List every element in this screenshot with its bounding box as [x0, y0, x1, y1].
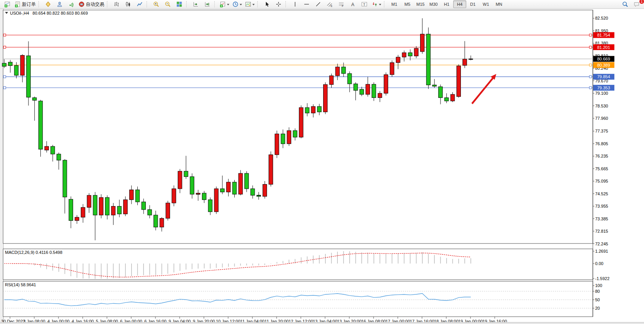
line-handle-right-81.754[interactable] — [589, 34, 592, 36]
timeframe-button-d1[interactable]: D1 — [466, 0, 479, 8]
timeframe-button-w1[interactable]: W1 — [479, 0, 492, 8]
arrows-button[interactable] — [370, 0, 383, 8]
line-handle-left-79.353[interactable] — [3, 87, 6, 89]
line-handle-right-81.201[interactable] — [589, 46, 592, 49]
price-tag-79.353-text: 79.353 — [597, 86, 610, 90]
candle-body — [14, 65, 18, 76]
autotrading-button[interactable]: 自动交易 — [77, 0, 106, 8]
crosshair-button[interactable] — [273, 0, 284, 8]
chart-shift-button[interactable] — [202, 0, 213, 8]
candle-body — [463, 59, 467, 65]
order-icon — [15, 1, 21, 7]
candle-body — [2, 63, 6, 66]
candle-body — [263, 184, 267, 196]
candle-body — [329, 76, 333, 85]
signals-button[interactable] — [65, 0, 77, 8]
rsi-axis-label: 80 — [595, 289, 600, 294]
rsi-label-text: RSI(14) — [5, 282, 20, 287]
fibonacci-button[interactable]: F — [335, 0, 347, 8]
text-button[interactable]: A — [347, 0, 359, 8]
price-axis-label: 79.100 — [595, 91, 608, 96]
candle-body — [20, 55, 24, 76]
add-indicator-button-caret-icon[interactable] — [227, 4, 229, 7]
rsi-pane[interactable] — [3, 281, 593, 317]
candle-body — [160, 218, 164, 227]
template-button-caret-icon[interactable] — [252, 4, 255, 7]
marketwatch-button[interactable] — [42, 0, 54, 8]
line-chart-icon — [137, 1, 143, 7]
cursor-icon — [264, 1, 270, 7]
zoom-in-button[interactable] — [150, 0, 162, 8]
tile-windows-button[interactable] — [174, 0, 185, 8]
candle-body — [111, 206, 115, 215]
arrows-icon — [372, 1, 378, 7]
line-handle-left-81.754[interactable] — [3, 34, 6, 36]
timeframe-button-m30[interactable]: M30 — [427, 0, 440, 8]
candle-body — [69, 199, 73, 220]
trendline-button[interactable] — [312, 0, 324, 8]
price-axis-label: 72.245 — [595, 242, 608, 246]
text-label-button[interactable]: T — [359, 0, 370, 8]
price-axis[interactable]: 82.52081.95081.38080.81080.24079.67079.1… — [593, 16, 608, 246]
macd-pane[interactable] — [3, 249, 593, 280]
gold-badge-icon — [45, 1, 51, 7]
line-handle-right-79.854[interactable] — [589, 76, 592, 78]
text-label-icon: T — [361, 1, 367, 7]
candle-body — [348, 74, 352, 84]
vertical-line-button[interactable] — [289, 0, 301, 8]
arrows-button-caret-icon[interactable] — [379, 4, 381, 7]
channel-button[interactable]: E — [324, 0, 335, 8]
candle-body — [354, 84, 357, 91]
candle-body — [457, 66, 460, 97]
add-indicator-button[interactable] — [218, 0, 231, 8]
cursor-button[interactable] — [261, 0, 273, 8]
auto-scroll-button[interactable] — [190, 0, 202, 8]
macd-indicator-label: MACD(12,26,9) 0.4116 0.5498 — [5, 250, 62, 255]
timeframe-button-m15[interactable]: M15 — [414, 0, 427, 8]
toolbar-separator — [214, 1, 217, 7]
symbol-dropdown-icon[interactable] — [5, 12, 8, 15]
price-tag-81.754-text: 81.754 — [597, 33, 610, 37]
svg-text:E: E — [331, 5, 333, 7]
line-handle-right-79.353[interactable] — [589, 87, 592, 89]
timeframe-button-h1[interactable]: H1 — [440, 0, 453, 8]
line-handle-left-81.201[interactable] — [3, 46, 6, 49]
current-price-tag-text: 80.669 — [597, 57, 610, 61]
timeframe-button-m1[interactable]: M1 — [388, 0, 401, 8]
horizontal-line-button[interactable] — [301, 0, 312, 8]
period-button[interactable] — [231, 0, 244, 8]
new-chart-button[interactable] — [2, 0, 13, 8]
current-price-tag: 80.669 — [593, 56, 614, 62]
line-handle-left-79.854[interactable] — [3, 76, 6, 78]
notifications-button[interactable]: 1 — [631, 0, 642, 8]
line-chart-button[interactable] — [134, 0, 145, 8]
candle-body — [275, 134, 279, 155]
timeframe-button-m5[interactable]: M5 — [401, 0, 414, 8]
chart-window[interactable]: 82.52081.95081.38080.81080.24079.67079.1… — [0, 9, 644, 324]
mt4-terminal-window: 新订单自动交易EFATM1M5M15M30H1H4D1W1MN1 82.5208… — [0, 0, 644, 324]
candle-body — [227, 182, 230, 192]
macd-axis-label: -1.5922 — [595, 276, 609, 281]
autotrading-button-label: 自动交易 — [86, 1, 104, 8]
candle-body — [81, 207, 85, 217]
candle-chart-button[interactable] — [122, 0, 134, 8]
chart-canvas[interactable]: 82.52081.95081.38080.81080.24079.67079.1… — [0, 9, 644, 324]
profile-button[interactable] — [54, 0, 65, 8]
candle-body — [142, 202, 145, 210]
candle-body — [360, 89, 364, 94]
timeframe-button-mn[interactable]: MN — [492, 0, 506, 8]
template-button[interactable] — [244, 0, 256, 8]
bar-chart-button[interactable] — [111, 0, 122, 8]
main-chart-pane[interactable] — [3, 10, 593, 243]
search-button[interactable] — [619, 0, 631, 8]
toolbar-separator — [384, 1, 387, 7]
candle-body — [251, 189, 255, 195]
candle-body — [402, 53, 406, 57]
period-button-caret-icon[interactable] — [240, 4, 242, 7]
timeframe-button-h4[interactable]: H4 — [453, 0, 466, 8]
candle-body — [372, 84, 376, 98]
candle-body — [8, 62, 12, 65]
zoom-out-button[interactable] — [162, 0, 174, 8]
new-order-button[interactable]: 新订单 — [13, 0, 37, 8]
line-handle-right-80.389[interactable] — [589, 64, 592, 66]
